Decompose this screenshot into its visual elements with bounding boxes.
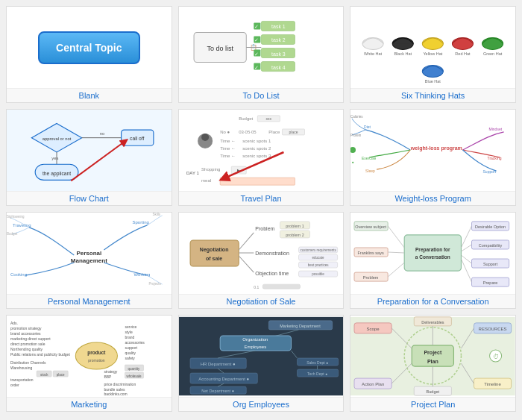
svg-text:Warehousing: Warehousing: [10, 366, 32, 370]
card-org[interactable]: Marketing Department Organization Employ…: [178, 315, 345, 412]
svg-text:●: ●: [352, 160, 354, 164]
prep-preview: Overview subject Franklins says Problem …: [350, 213, 515, 294]
svg-text:scenic spots 1: scenic spots 1: [242, 139, 271, 143]
svg-text:Negotiation: Negotiation: [200, 247, 229, 253]
svg-text:brand accessories: brand accessories: [10, 331, 41, 336]
flowchart-preview: approval or not yes the applicant no cal…: [7, 110, 172, 191]
svg-text:task 3: task 3: [271, 51, 286, 57]
svg-text:approval or not: approval or not: [43, 137, 72, 141]
card-project[interactable]: Project Plan Scope RESOURCES Action Plan…: [350, 315, 516, 412]
svg-text:No ●: No ●: [220, 130, 230, 134]
svg-text:Cooking: Cooking: [10, 272, 27, 277]
svg-text:backlinks.com: backlinks.com: [104, 392, 127, 396]
svg-text:Calories: Calories: [350, 115, 363, 119]
project-preview: Project Plan Scope RESOURCES Action Plan…: [350, 316, 515, 397]
svg-text:Deliverables: Deliverables: [422, 320, 445, 325]
svg-text:brand: brand: [125, 335, 134, 339]
svg-text:HR Department ●: HR Department ●: [200, 362, 235, 366]
svg-text:Tech Dept ●: Tech Dept ●: [307, 372, 327, 376]
svg-text:Distribution Channels: Distribution Channels: [10, 360, 46, 365]
svg-text:BBP: BBP: [104, 374, 112, 379]
svg-text:of sale: of sale: [206, 256, 222, 261]
svg-text:marketing direct support: marketing direct support: [10, 336, 51, 341]
svg-text:stock: stock: [40, 373, 48, 377]
svg-text:possible: possible: [312, 272, 324, 276]
svg-rect-124: [405, 235, 462, 271]
svg-text:Management: Management: [71, 257, 107, 264]
svg-text:weight-loss program: weight-loss program: [410, 145, 462, 151]
svg-rect-116: [262, 284, 300, 289]
todo-preview: To do list 📋 task 1 task 2 task 3 task 4…: [179, 7, 344, 88]
card-nego[interactable]: Negotiation of sale Problem problem 1 pr…: [178, 212, 345, 309]
svg-text:Sleep: Sleep: [365, 169, 375, 173]
svg-text:the applicant: the applicant: [43, 171, 71, 177]
svg-text:0.1: 0.1: [254, 285, 259, 289]
svg-rect-32: [10, 113, 169, 188]
card-prep-label: Preparation for a Conversation: [350, 294, 515, 308]
svg-text:no: no: [100, 131, 104, 136]
svg-rect-94: [190, 240, 239, 266]
card-travel[interactable]: Budget xxx No ● 03·05·05 Place place Tim…: [178, 109, 345, 206]
svg-text:xxx: xxx: [265, 116, 271, 121]
svg-text:Demonstration: Demonstration: [255, 251, 289, 256]
svg-text:Red Hat: Red Hat: [456, 51, 471, 56]
template-grid: Central Topic Blank To do list 📋 task 1 …: [0, 0, 522, 420]
card-prep[interactable]: Overview subject Franklins says Problem …: [350, 212, 516, 309]
svg-point-150: [75, 342, 117, 369]
svg-text:Budget: Budget: [7, 232, 18, 236]
svg-text:Franklins says: Franklins says: [358, 251, 384, 255]
svg-text:Scope: Scope: [367, 327, 380, 331]
svg-text:style: style: [125, 330, 132, 334]
svg-text:Overview subject: Overview subject: [355, 225, 386, 229]
card-marketing[interactable]: Ads. promotion strategy brand accessorie…: [6, 315, 172, 412]
card-nego-label: Negotiation of Sale: [179, 294, 344, 308]
svg-text:Northending quality: Northending quality: [10, 347, 43, 351]
card-personal[interactable]: Personal Management Traveling Sporting C…: [6, 212, 172, 309]
svg-text:scenic spots 2: scenic spots 2: [242, 146, 271, 151]
svg-text:problem 1: problem 1: [286, 224, 304, 228]
card-flowchart[interactable]: approval or not yes the applicant no cal…: [6, 109, 172, 206]
svg-text:scenic spots 3: scenic spots 3: [242, 154, 271, 158]
svg-text:Sales Dept ●: Sales Dept ●: [306, 360, 328, 365]
svg-text:strategy: strategy: [104, 369, 117, 374]
svg-text:Skills: Skills: [153, 213, 161, 216]
svg-text:Time ←: Time ←: [220, 146, 236, 151]
svg-text:a Conversation: a Conversation: [415, 254, 450, 260]
svg-text:yes: yes: [51, 156, 58, 160]
svg-text:To do list: To do list: [207, 45, 233, 52]
svg-text:Action Plan: Action Plan: [362, 382, 384, 386]
svg-text:Diet: Diet: [364, 125, 371, 129]
card-blank[interactable]: Central Topic Blank: [6, 6, 172, 103]
svg-text:White Hat: White Hat: [364, 51, 383, 56]
svg-text:problem 2: problem 2: [286, 233, 304, 237]
svg-text:Personal: Personal: [76, 250, 101, 257]
blank-center-topic: Central Topic: [38, 31, 139, 64]
card-todo[interactable]: To do list 📋 task 1 task 2 task 3 task 4…: [178, 6, 345, 103]
svg-text:Yellow Hat: Yellow Hat: [424, 51, 443, 56]
card-project-label: Project Plan: [350, 397, 515, 411]
card-org-label: Org Employees: [179, 397, 344, 411]
svg-text:Public relations and publicity: Public relations and publicity budget: [10, 352, 70, 357]
svg-text:Compatibility: Compatibility: [479, 243, 503, 248]
card-sixhats-label: Six Thinking Hats: [350, 88, 515, 102]
card-weight[interactable]: weight-loss program Diet Exercise Sleep …: [350, 109, 516, 206]
svg-text:Preparation for: Preparation for: [415, 247, 450, 253]
org-preview: Marketing Department Organization Employ…: [179, 316, 344, 397]
card-sixhats[interactable]: White Hat Black Hat Yellow Hat Red Hat G…: [350, 6, 516, 103]
svg-text:Objection time: Objection time: [255, 271, 289, 277]
weight-preview: weight-loss program Diet Exercise Sleep …: [350, 110, 515, 191]
svg-text:place: place: [57, 373, 65, 377]
svg-text:customers requirements: customers requirements: [300, 248, 336, 252]
svg-point-50: [201, 134, 209, 141]
svg-text:product: product: [87, 350, 106, 356]
svg-text:Black Hat: Black Hat: [394, 51, 412, 56]
svg-text:Green Hat: Green Hat: [483, 51, 503, 56]
svg-text:Budget: Budget: [239, 116, 253, 121]
svg-text:✓: ✓: [254, 65, 259, 70]
marketing-preview: Ads. promotion strategy brand accessorie…: [7, 316, 172, 397]
svg-text:quality: quality: [125, 351, 136, 355]
personal-preview: Personal Management Traveling Sporting C…: [7, 213, 172, 294]
svg-text:best practices: best practices: [307, 263, 329, 267]
svg-text:Employees: Employees: [244, 345, 266, 349]
svg-text:Support: Support: [483, 262, 498, 266]
